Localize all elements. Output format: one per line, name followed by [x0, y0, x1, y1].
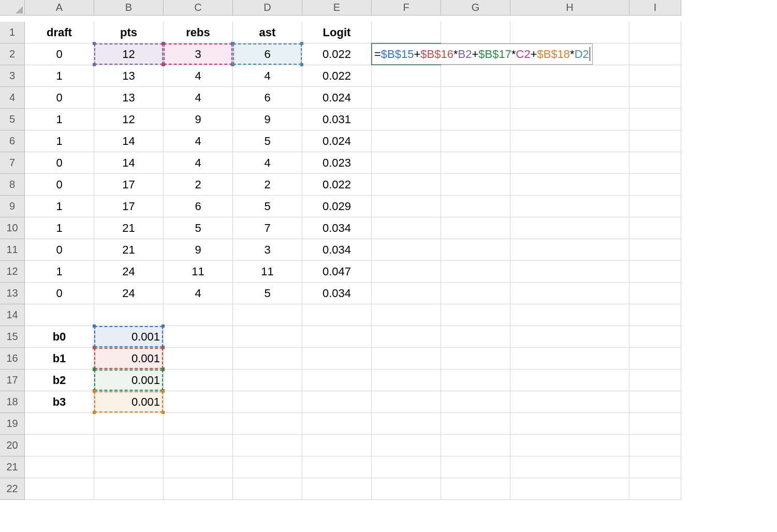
- cell-I16[interactable]: [629, 348, 681, 370]
- cell-H16[interactable]: [510, 348, 629, 370]
- cell-G6[interactable]: [441, 130, 510, 152]
- cell-B4[interactable]: 13: [94, 87, 164, 109]
- cell-C3[interactable]: 4: [164, 65, 233, 87]
- cell-E7[interactable]: 0.023: [302, 152, 372, 174]
- cell-C8[interactable]: 2: [164, 174, 233, 196]
- cell-C16[interactable]: [164, 348, 233, 370]
- row-header-12[interactable]: 12: [0, 261, 25, 283]
- cell-A16[interactable]: b1: [25, 348, 94, 370]
- cell-F1[interactable]: [372, 22, 441, 43]
- cell-H12[interactable]: [510, 261, 629, 283]
- row-header-7[interactable]: 7: [0, 152, 25, 174]
- cell-H14[interactable]: [510, 304, 629, 326]
- cell-D22[interactable]: [233, 478, 302, 500]
- column-header-C[interactable]: C: [164, 0, 233, 16]
- cell-F7[interactable]: [372, 152, 441, 174]
- cell-I3[interactable]: [629, 65, 681, 87]
- cell-D11[interactable]: 3: [233, 239, 302, 261]
- cell-G9[interactable]: [441, 196, 510, 217]
- column-header-D[interactable]: D: [233, 0, 302, 16]
- cell-F6[interactable]: [372, 130, 441, 152]
- select-all-corner[interactable]: [0, 0, 25, 16]
- cell-C1[interactable]: rebs: [164, 22, 233, 43]
- cell-I10[interactable]: [629, 217, 681, 239]
- cell-G19[interactable]: [441, 413, 510, 435]
- column-header-F[interactable]: F: [372, 0, 441, 16]
- cell-E3[interactable]: 0.022: [302, 65, 372, 87]
- cell-F4[interactable]: [372, 87, 441, 109]
- cell-B16[interactable]: 0.001: [94, 348, 164, 370]
- cell-I11[interactable]: [629, 239, 681, 261]
- cell-B2[interactable]: 12: [94, 43, 164, 65]
- cell-H8[interactable]: [510, 174, 629, 196]
- cell-F19[interactable]: [372, 413, 441, 435]
- row-header-14[interactable]: 14: [0, 304, 25, 326]
- cell-B13[interactable]: 24: [94, 283, 164, 304]
- cell-E19[interactable]: [302, 413, 372, 435]
- cell-G14[interactable]: [441, 304, 510, 326]
- cell-A3[interactable]: 1: [25, 65, 94, 87]
- cell-G18[interactable]: [441, 391, 510, 413]
- row-header-18[interactable]: 18: [0, 391, 25, 413]
- cell-E21[interactable]: [302, 456, 372, 478]
- row-header-22[interactable]: 22: [0, 478, 25, 500]
- cell-C21[interactable]: [164, 456, 233, 478]
- cell-D2[interactable]: 6: [233, 43, 302, 65]
- column-header-B[interactable]: B: [94, 0, 164, 16]
- cell-B5[interactable]: 12: [94, 109, 164, 130]
- cell-A5[interactable]: 1: [25, 109, 94, 130]
- row-header-2[interactable]: 2: [0, 43, 25, 65]
- row-header-6[interactable]: 6: [0, 130, 25, 152]
- row-header-21[interactable]: 21: [0, 456, 25, 478]
- cell-C5[interactable]: 9: [164, 109, 233, 130]
- cell-F18[interactable]: [372, 391, 441, 413]
- cell-A22[interactable]: [25, 478, 94, 500]
- cell-I17[interactable]: [629, 370, 681, 391]
- cell-E13[interactable]: 0.034: [302, 283, 372, 304]
- cell-E20[interactable]: [302, 435, 372, 456]
- cell-B3[interactable]: 13: [94, 65, 164, 87]
- cell-G20[interactable]: [441, 435, 510, 456]
- cell-A2[interactable]: 0: [25, 43, 94, 65]
- cell-E9[interactable]: 0.029: [302, 196, 372, 217]
- cell-E22[interactable]: [302, 478, 372, 500]
- cell-G21[interactable]: [441, 456, 510, 478]
- cell-E10[interactable]: 0.034: [302, 217, 372, 239]
- cell-G15[interactable]: [441, 326, 510, 348]
- cell-H17[interactable]: [510, 370, 629, 391]
- cell-G7[interactable]: [441, 152, 510, 174]
- cell-F16[interactable]: [372, 348, 441, 370]
- cell-G4[interactable]: [441, 87, 510, 109]
- cell-B1[interactable]: pts: [94, 22, 164, 43]
- cell-B6[interactable]: 14: [94, 130, 164, 152]
- cell-H7[interactable]: [510, 152, 629, 174]
- cell-A15[interactable]: b0: [25, 326, 94, 348]
- row-header-15[interactable]: 15: [0, 326, 25, 348]
- cell-G22[interactable]: [441, 478, 510, 500]
- cell-A19[interactable]: [25, 413, 94, 435]
- cell-E5[interactable]: 0.031: [302, 109, 372, 130]
- cell-A14[interactable]: [25, 304, 94, 326]
- cell-C22[interactable]: [164, 478, 233, 500]
- cell-G3[interactable]: [441, 65, 510, 87]
- cell-B12[interactable]: 24: [94, 261, 164, 283]
- cell-D5[interactable]: 9: [233, 109, 302, 130]
- cell-E14[interactable]: [302, 304, 372, 326]
- cell-B10[interactable]: 21: [94, 217, 164, 239]
- cell-I13[interactable]: [629, 283, 681, 304]
- cell-H11[interactable]: [510, 239, 629, 261]
- cell-G1[interactable]: [441, 22, 510, 43]
- cell-B15[interactable]: 0.001: [94, 326, 164, 348]
- cell-F10[interactable]: [372, 217, 441, 239]
- cell-C18[interactable]: [164, 391, 233, 413]
- cell-I12[interactable]: [629, 261, 681, 283]
- spreadsheet-grid[interactable]: ABCDEFGHI1draftptsrebsastLogit2012360.02…: [0, 0, 777, 500]
- cell-C4[interactable]: 4: [164, 87, 233, 109]
- row-header-9[interactable]: 9: [0, 196, 25, 217]
- cell-H9[interactable]: [510, 196, 629, 217]
- cell-A11[interactable]: 0: [25, 239, 94, 261]
- cell-H6[interactable]: [510, 130, 629, 152]
- cell-F2[interactable]: =$B$15+$B$16*B2 + $B$17*C2 + $B$18*D2: [372, 43, 441, 65]
- cell-H3[interactable]: [510, 65, 629, 87]
- row-header-19[interactable]: 19: [0, 413, 25, 435]
